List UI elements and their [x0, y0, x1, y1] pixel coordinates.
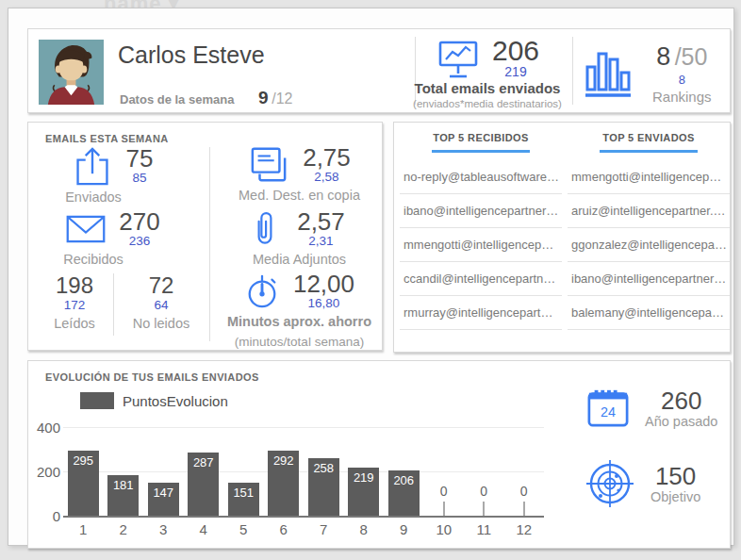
bar-value-label: 0 [520, 484, 528, 499]
x-axis-tick-label: 7 [304, 521, 344, 537]
bar-slot: 0 [424, 427, 465, 516]
bar[interactable]: 181 [107, 475, 139, 516]
list-item[interactable]: ccandil@intelligencepartn… [400, 262, 562, 296]
divider [113, 273, 114, 336]
list-item[interactable]: aruiz@intelligencepartner.… [568, 194, 730, 228]
enviados-secondary: 85 [132, 171, 146, 186]
stat-recibidos[interactable]: 270 236 Recibidos [41, 209, 185, 267]
y-axis-label: 400 [30, 420, 60, 436]
top5-recibidos-title[interactable]: TOP 5 RECIBIDOS [400, 132, 562, 143]
week-label: Datos de la semana [120, 92, 234, 107]
rankings-label: Rankings [652, 89, 712, 105]
leidos-value: 198 [56, 273, 93, 298]
bar[interactable]: 295 [68, 451, 99, 516]
list-item[interactable]: rmurray@intelligencepart… [400, 296, 562, 330]
stat-media-adjuntos[interactable]: 2,57 2,31 Media Adjuntos [222, 209, 377, 267]
ano-pasado-label: Año pasado [645, 414, 717, 429]
target-icon [585, 458, 635, 509]
bar[interactable]: 147 [148, 483, 179, 516]
recibidos-secondary: 236 [129, 234, 151, 249]
top5-card: TOP 5 RECIBIDOS no-reply@tableausoftware… [393, 122, 731, 353]
stat-med-dest[interactable]: 2,75 2,58 Med. Dest. en copia [222, 145, 377, 203]
x-axis-tick-label: 11 [464, 521, 504, 537]
minutos-value: 12,00 [293, 272, 354, 296]
total-emails-secondary: 219 [504, 65, 526, 79]
total-emails-label: Total emails enviados [407, 80, 568, 96]
tab-underline [600, 150, 698, 153]
stat-no-leidos[interactable]: 72 64 No leidos [119, 273, 204, 331]
objetivo-label: Objetivo [650, 489, 700, 504]
bar[interactable]: 287 [188, 453, 219, 516]
bar-chart: 295181147287151292258219206000 [63, 427, 544, 518]
bar-value-label: 147 [148, 486, 179, 500]
bar[interactable]: 258 [308, 458, 339, 516]
legend-label: PuntosEvolucion [123, 393, 228, 409]
media-adjuntos-value: 2,57 [297, 209, 345, 234]
bar-value-label: 151 [228, 486, 259, 500]
bar-slot: 147 [143, 427, 184, 516]
copy-pages-icon [248, 146, 289, 184]
list-item[interactable]: mmengotti@intelligencep… [400, 228, 562, 262]
bar-chart-icon [585, 49, 632, 98]
media-adjuntos-secondary: 2,31 [308, 234, 333, 249]
med-dest-label: Med. Dest. en copia [239, 188, 360, 203]
calendar-day-text: 24 [601, 404, 616, 420]
x-axis-tick-label: 9 [384, 521, 424, 537]
rankings-value: 8 [656, 42, 670, 71]
zero-bar[interactable]: 0 [520, 427, 528, 516]
zero-bar[interactable]: 0 [480, 427, 487, 516]
bar[interactable]: 206 [388, 470, 420, 516]
recibidos-label: Recibidos [41, 252, 145, 267]
minutos-sublabel: (minutos/total semana) [235, 335, 364, 349]
x-axis: 123456789101112 [63, 521, 544, 537]
bar-slot: 258 [304, 427, 344, 516]
bar-slot: 0 [464, 427, 504, 516]
zero-tick [523, 502, 525, 516]
y-axis-label: 0 [30, 508, 60, 524]
rankings-kpi[interactable]: 8 /50 8 Rankings [585, 42, 726, 105]
legend-swatch [80, 392, 114, 409]
top5-enviados-title[interactable]: TOP 5 ENVIADOS [568, 132, 730, 143]
objetivo-kpi[interactable]: 150 Objetivo [585, 458, 700, 509]
x-axis-tick-label: 8 [344, 521, 385, 537]
media-adjuntos-label: Media Adjuntos [253, 252, 346, 267]
top5-recibidos-column: TOP 5 RECIBIDOS no-reply@tableausoftware… [400, 132, 562, 330]
x-axis-tick-label: 4 [184, 521, 224, 537]
week-value: 9 [258, 88, 269, 107]
objetivo-value: 150 [650, 463, 700, 489]
paperclip-icon [254, 209, 276, 249]
bar[interactable]: 292 [268, 451, 299, 516]
bar-value-label: 0 [480, 484, 487, 499]
presentation-chart-icon [436, 38, 481, 79]
list-item[interactable]: balemany@intelligencepa… [568, 296, 730, 330]
zero-bar[interactable]: 0 [440, 427, 448, 516]
zero-tick [443, 502, 445, 516]
enviados-value: 75 [126, 146, 154, 171]
total-emails-kpi[interactable]: 206 219 Total emails enviados (enviados*… [407, 37, 568, 109]
total-emails-sublabel: (enviados*media destinatarios) [407, 98, 568, 109]
list-item[interactable]: mmengotti@intelligencep… [568, 160, 730, 194]
list-item[interactable]: ggonzalez@intelligencepa… [568, 228, 730, 262]
bar-slot: 295 [63, 427, 104, 516]
bar[interactable]: 219 [348, 468, 379, 516]
ano-pasado-kpi[interactable]: 24 260 Año pasado [586, 387, 717, 429]
bar-value-label: 292 [268, 453, 299, 468]
bar-value-label: 181 [107, 478, 139, 492]
stat-minutos[interactable]: 12,00 16,80 Minutos aprox. ahorro (minut… [217, 272, 382, 349]
y-axis-label: 200 [30, 464, 60, 480]
stat-enviados[interactable]: 75 85 Enviados [41, 145, 185, 205]
user-name: Carlos Esteve [118, 41, 265, 69]
chart-legend[interactable]: PuntosEvolucion [80, 392, 228, 409]
week-data-row: Datos de la semana 9 /12 [120, 88, 292, 108]
list-item[interactable]: ibano@intelligencepartner… [400, 194, 562, 228]
bar-value-label: 287 [188, 455, 219, 469]
week-stats-title: EMAILS ESTA SEMANA [45, 133, 169, 144]
top5-enviados-column: TOP 5 ENVIADOS mmengotti@intelligencep… … [568, 132, 730, 330]
list-item[interactable]: no-reply@tableausoftware… [400, 160, 562, 194]
week-total: /12 [272, 91, 292, 107]
stat-leidos[interactable]: 198 172 Leídos [40, 273, 109, 331]
list-item[interactable]: ibano@intelligencepartner… [568, 262, 730, 296]
avatar [39, 40, 104, 105]
avatar-illustration [39, 40, 104, 105]
bar[interactable]: 151 [228, 483, 259, 516]
